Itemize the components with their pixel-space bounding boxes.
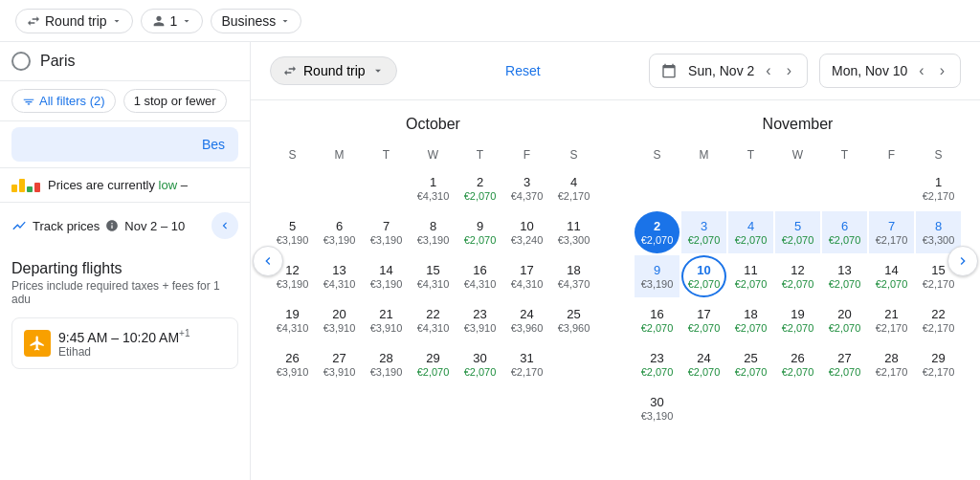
stop-filter-btn[interactable]: 1 stop or fewer [123, 89, 227, 113]
cal-day-cell[interactable]: 29€2,170 [916, 343, 961, 385]
cal-day-cell[interactable]: 19€4,310 [270, 299, 315, 341]
day-number: 22 [931, 307, 945, 321]
cal-day-cell[interactable]: 10€3,240 [504, 211, 549, 253]
cal-day-cell[interactable]: 2€2,070 [457, 167, 502, 209]
cal-day-cell[interactable]: 23€2,070 [635, 343, 679, 385]
best-btn[interactable]: Bes [11, 127, 238, 162]
cal-prev-arrow[interactable] [253, 246, 283, 276]
cal-day-cell[interactable]: 28€3,190 [364, 343, 409, 385]
cal-day-cell[interactable]: 24€3,960 [504, 299, 549, 341]
cal-day-cell[interactable]: 14€3,190 [364, 255, 409, 297]
cal-day-cell[interactable]: 26€2,070 [775, 343, 820, 385]
date-nav-group: Sun, Nov 2 ‹ › Mon, Nov 10 ‹ › [649, 54, 961, 88]
cal-day-cell[interactable]: 6€2,070 [822, 211, 867, 253]
cal-day-cell[interactable]: 27€3,910 [317, 343, 362, 385]
cal-day-cell[interactable]: 20€3,910 [317, 299, 362, 341]
cal-day-cell[interactable]: 20€2,070 [822, 299, 867, 341]
day-number: 26 [791, 351, 804, 365]
start-date-prev[interactable]: ‹ [762, 60, 774, 81]
cal-day-cell[interactable]: 21€2,170 [869, 299, 914, 341]
day-header: S [551, 144, 596, 165]
class-btn[interactable]: Business [211, 9, 301, 33]
day-number: 21 [884, 307, 898, 321]
day-number: 16 [650, 307, 663, 321]
cal-day-cell[interactable]: 11€3,300 [551, 211, 596, 253]
cal-day-cell[interactable]: 19€2,070 [775, 299, 820, 341]
cal-day-cell[interactable]: 7€2,170 [869, 211, 914, 253]
cal-day-cell[interactable]: 2€2,070 [635, 211, 679, 253]
all-filters-btn[interactable]: All filters (2) [11, 89, 116, 113]
cal-day-cell[interactable]: 28€2,170 [869, 343, 914, 385]
cal-day-cell[interactable]: 16€2,070 [635, 299, 679, 341]
cal-day-cell[interactable]: 15€4,310 [411, 255, 456, 297]
day-number: 18 [567, 263, 580, 277]
start-date-next[interactable]: › [783, 60, 795, 81]
cal-day-cell[interactable]: 16€4,310 [457, 255, 502, 297]
cal-day-cell[interactable]: 10€2,070 [681, 255, 726, 297]
cal-day-cell[interactable]: 1€2,170 [916, 167, 961, 209]
cal-day-cell[interactable]: 6€3,190 [317, 211, 362, 253]
day-header: S [270, 144, 315, 165]
day-number: 27 [332, 351, 345, 365]
cal-day-cell[interactable]: 29€2,070 [411, 343, 456, 385]
month-title-0: October [270, 116, 596, 133]
cal-day-cell[interactable]: 22€4,310 [411, 299, 456, 341]
cal-day-cell[interactable]: 3€4,370 [504, 167, 549, 209]
cal-day-cell[interactable]: 1€4,310 [411, 167, 456, 209]
cal-day-cell[interactable]: 18€2,070 [728, 299, 773, 341]
cal-day-cell[interactable]: 24€2,070 [681, 343, 726, 385]
day-number: 28 [884, 351, 898, 365]
cal-day-cell[interactable]: 18€4,370 [551, 255, 596, 297]
cal-day-cell[interactable]: 7€3,190 [364, 211, 409, 253]
cal-day-cell[interactable]: 8€3,190 [411, 211, 456, 253]
day-number: 7 [383, 219, 390, 233]
cal-day-cell[interactable]: 17€4,310 [504, 255, 549, 297]
cal-day-cell[interactable]: 17€2,070 [681, 299, 726, 341]
day-number: 30 [473, 351, 486, 365]
cal-day-cell[interactable]: 3€2,070 [681, 211, 726, 253]
cal-day-cell[interactable]: 9€2,070 [457, 211, 502, 253]
cal-day-cell[interactable]: 22€2,170 [916, 299, 961, 341]
flight-card[interactable]: 9:45 AM – 10:20 AM+1 Etihad [11, 317, 238, 369]
cal-day-cell[interactable]: 11€2,070 [728, 255, 773, 297]
cal-day-cell[interactable]: 30€2,070 [457, 343, 502, 385]
flight-airline: Etihad [58, 345, 226, 359]
end-date-next[interactable]: › [936, 60, 948, 81]
cal-day-cell[interactable]: 31€2,170 [504, 343, 549, 385]
cal-day-cell[interactable]: 4€2,070 [728, 211, 773, 253]
day-price: €2,170 [923, 322, 955, 334]
day-number: 1 [935, 175, 942, 189]
cal-day-cell[interactable]: 21€3,910 [364, 299, 409, 341]
right-panel: Round trip Reset Sun, Nov 2 ‹ › Mon, Nov… [251, 42, 980, 480]
cal-day-cell[interactable]: 9€3,190 [635, 255, 679, 297]
cal-day-cell[interactable]: 30€3,190 [635, 387, 679, 429]
cal-day-cell[interactable]: 25€3,960 [551, 299, 596, 341]
cal-day-cell[interactable]: 27€2,070 [822, 343, 867, 385]
empty-cell [364, 167, 409, 209]
passengers-btn[interactable]: 1 [141, 9, 204, 33]
cal-day-cell[interactable]: 12€2,070 [775, 255, 820, 297]
departing-sub: Prices include required taxes + fees for… [11, 279, 238, 306]
trip-type-label: Round trip [45, 13, 107, 29]
cal-day-cell[interactable]: 25€2,070 [728, 343, 773, 385]
cal-day-cell[interactable]: 26€3,910 [270, 343, 315, 385]
cal-day-cell[interactable]: 13€4,310 [317, 255, 362, 297]
reset-btn[interactable]: Reset [505, 63, 541, 78]
prices-banner: Prices are currently low – [0, 167, 250, 202]
cal-day-cell[interactable]: 14€2,070 [869, 255, 914, 297]
cal-day-cell[interactable]: 5€3,190 [270, 211, 315, 253]
end-date-prev[interactable]: ‹ [915, 60, 927, 81]
cal-day-cell[interactable]: 23€3,910 [457, 299, 502, 341]
day-price: €2,070 [735, 234, 768, 246]
cal-trip-type-btn[interactable]: Round trip [270, 56, 397, 85]
cal-next-arrow[interactable] [947, 246, 978, 276]
track-chevron[interactable] [212, 212, 238, 239]
cal-day-cell[interactable]: 5€2,070 [775, 211, 820, 253]
flight-info: 9:45 AM – 10:20 AM+1 Etihad [58, 328, 226, 359]
cal-day-cell[interactable]: 4€2,170 [551, 167, 596, 209]
trip-type-btn[interactable]: Round trip [15, 9, 133, 33]
filters-row: All filters (2) 1 stop or fewer [0, 81, 250, 121]
cal-day-cell[interactable]: 13€2,070 [822, 255, 867, 297]
day-number: 5 [289, 219, 296, 233]
day-number: 16 [473, 263, 486, 277]
